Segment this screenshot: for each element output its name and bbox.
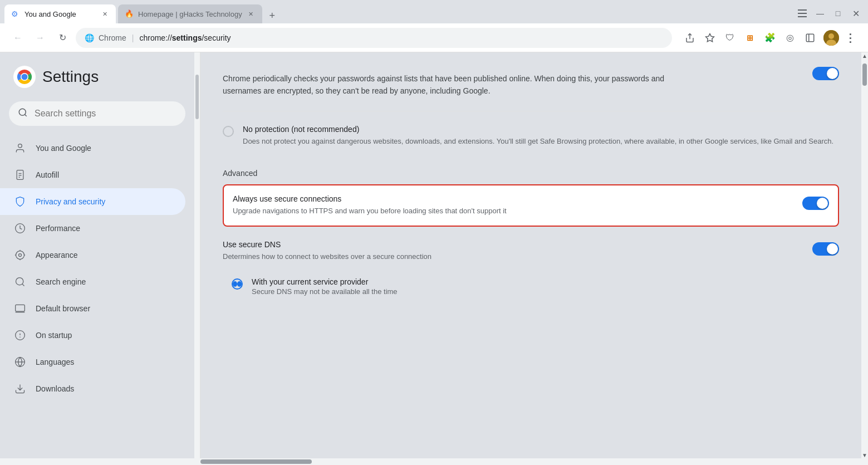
search-container <box>0 101 194 135</box>
secure-connections-info: Always use secure connections Upgrade na… <box>233 194 793 217</box>
always-secure-connections-row: Always use secure connections Upgrade na… <box>223 184 839 227</box>
new-tab-button[interactable]: + <box>264 8 280 23</box>
svg-rect-17 <box>17 170 23 180</box>
security-shield-icon[interactable]: 🛡 <box>721 29 739 47</box>
main-scrollbar-thumb[interactable] <box>862 63 867 86</box>
sidebar-scrollbar-thumb[interactable] <box>195 75 199 119</box>
sidebar-item-on-startup[interactable]: On startup <box>0 322 185 349</box>
reload-button[interactable]: ↻ <box>53 29 71 47</box>
sidebar-nav: You and Google Autofill Privacy and secu… <box>0 135 194 402</box>
bookmark-icon[interactable] <box>701 29 719 47</box>
no-protection-desc: Does not protect you against dangerous w… <box>243 136 839 147</box>
sidebar-item-languages[interactable]: Languages <box>0 349 185 375</box>
sidebar-item-default-browser[interactable]: Default browser <box>0 295 185 322</box>
address-url: chrome://settings/security <box>139 33 231 42</box>
downloads-icon <box>13 382 27 395</box>
sidebar-item-performance-label: Performance <box>36 224 80 233</box>
homepage-favicon: 🔥 <box>125 9 134 18</box>
settings-favicon: ⚙ <box>11 9 20 18</box>
maximize-button[interactable]: □ <box>830 6 846 21</box>
secure-connections-desc: Upgrade navigations to HTTPS and warn yo… <box>233 205 793 217</box>
sidebar-item-you-and-google[interactable]: You and Google <box>0 135 185 161</box>
menu-icon[interactable]: ⋮ <box>841 29 859 47</box>
search-input[interactable] <box>35 109 176 119</box>
dns-current-provider-labels: With your current service provider Secur… <box>252 277 398 296</box>
sidebar-icon[interactable] <box>801 29 819 47</box>
languages-icon <box>13 355 27 369</box>
svg-rect-30 <box>16 305 25 311</box>
svg-marker-4 <box>706 33 714 41</box>
svg-point-13 <box>22 74 28 80</box>
sidebar-item-autofill[interactable]: Autofill <box>0 161 185 188</box>
sidebar-item-appearance[interactable]: Appearance <box>0 242 185 268</box>
puzzle-icon[interactable]: 🧩 <box>761 29 779 47</box>
secure-dns-toggle[interactable] <box>812 242 839 256</box>
horizontal-scrollbar[interactable] <box>0 458 868 465</box>
dns-current-radio[interactable] <box>232 278 243 290</box>
divider-1 <box>223 111 839 111</box>
address-favicon: 🌐 <box>85 33 94 42</box>
svg-line-15 <box>24 114 26 116</box>
scrollbar-up-arrow[interactable]: ▲ <box>861 52 868 59</box>
chrome-logo <box>13 66 36 88</box>
no-protection-title: No protection (not recommended) <box>243 125 839 134</box>
browser-name: Chrome <box>99 33 126 42</box>
tab-homepage-title: Homepage | gHacks Technology <box>138 10 242 18</box>
tab-homepage-close[interactable]: ✕ <box>247 9 256 18</box>
svg-point-28 <box>16 278 23 285</box>
dns-current-provider-title: With your current service provider <box>252 277 398 286</box>
no-protection-radio[interactable] <box>223 126 234 137</box>
grid-icon[interactable]: ⊞ <box>741 29 759 47</box>
password-protection-toggle[interactable] <box>812 67 839 80</box>
address-divider: | <box>132 33 134 42</box>
no-protection-label-group: No protection (not recommended) Does not… <box>243 125 839 147</box>
default-browser-icon <box>13 302 27 315</box>
tab-bar: ⚙ You and Google ✕ 🔥 Homepage | gHacks T… <box>0 0 868 23</box>
sidebar-item-you-and-google-label: You and Google <box>36 144 91 153</box>
advanced-heading: Advanced <box>223 169 839 178</box>
svg-point-14 <box>19 109 26 115</box>
sidebar-item-privacy-and-security[interactable]: Privacy and security <box>0 188 185 215</box>
sidebar-item-performance[interactable]: Performance <box>0 215 185 242</box>
profile-avatar[interactable] <box>823 30 839 46</box>
performance-icon <box>13 222 27 235</box>
svg-line-29 <box>22 284 24 286</box>
tab-homepage[interactable]: 🔥 Homepage | gHacks Technology ✕ <box>118 4 262 23</box>
secure-connections-toggle[interactable] <box>802 197 829 210</box>
forward-button[interactable]: → <box>31 29 49 47</box>
secure-dns-desc: Determines how to connect to websites ov… <box>223 251 803 262</box>
svg-point-22 <box>19 254 22 257</box>
tab-settings[interactable]: ⚙ You and Google ✕ <box>4 4 116 23</box>
password-protection-text: Chrome periodically checks your password… <box>223 63 679 102</box>
main-scrollbar[interactable]: ▲ ▼ <box>861 52 868 458</box>
sidebar-scrollbar[interactable] <box>194 52 200 458</box>
window-controls: — □ ✕ <box>795 6 864 23</box>
main-content-wrapper: Chrome periodically checks your password… <box>200 52 868 458</box>
close-button[interactable]: ✕ <box>848 6 864 21</box>
scrollbar-down-arrow[interactable]: ▼ <box>861 452 868 458</box>
tab-settings-title: You and Google <box>24 10 96 18</box>
no-protection-option[interactable]: No protection (not recommended) Does not… <box>223 116 839 156</box>
back-button[interactable]: ← <box>9 29 27 47</box>
sidebar-item-autofill-label: Autofill <box>36 170 59 179</box>
minimize-button[interactable]: — <box>812 6 828 21</box>
dns-current-provider-option[interactable]: With your current service provider Secur… <box>223 271 839 302</box>
sidebar-item-search-engine[interactable]: Search engine <box>0 268 185 295</box>
tab-settings-close[interactable]: ✕ <box>100 9 109 18</box>
svg-point-16 <box>18 144 22 148</box>
toolbar-icons: 🛡 ⊞ 🧩 ◎ ⋮ <box>681 29 859 47</box>
sidebar: Settings <box>0 52 194 458</box>
svg-point-8 <box>828 33 834 39</box>
on-startup-icon <box>13 329 27 342</box>
nav-bar: ← → ↻ 🌐 Chrome | chrome://settings/secur… <box>0 23 868 52</box>
sidebar-item-downloads[interactable]: Downloads <box>0 375 185 402</box>
share-icon[interactable] <box>681 29 699 47</box>
sidebar-item-default-browser-label: Default browser <box>36 304 90 313</box>
list-icon[interactable] <box>795 6 810 21</box>
secure-connections-title: Always use secure connections <box>233 194 793 203</box>
circle-dash-icon[interactable]: ◎ <box>781 29 799 47</box>
secure-dns-title: Use secure DNS <box>223 240 803 249</box>
address-bar[interactable]: 🌐 Chrome | chrome://settings/security <box>76 28 672 48</box>
search-bar[interactable] <box>9 101 185 126</box>
horizontal-scrollbar-thumb[interactable] <box>200 459 312 464</box>
